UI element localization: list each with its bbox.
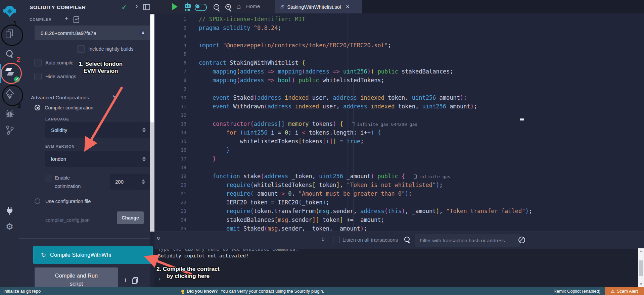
enable-optimization-checkbox[interactable] [45,175,52,182]
plugin-manager-icon[interactable] [0,206,19,215]
terminal-scrollbar[interactable] [638,248,644,287]
remix-logo-icon[interactable] [0,5,19,18]
compile-button-label: Compile StakingWithWhi [50,252,111,258]
tab-stakingwithwhitelist[interactable]: S StakingWithWhitelist.sol ✕ [275,0,362,13]
home-tab-label[interactable]: Home [246,3,260,9]
version-dropdown-icon[interactable] [139,29,146,36]
listen-transactions-label: Listen on all transactions [342,237,398,243]
scam-alert-button[interactable]: ⚠ Scam Alert [605,287,644,295]
panel-scrollbar-thumb[interactable] [150,14,154,122]
terminal-scrollbar-thumb[interactable] [639,260,643,276]
change-config-button[interactable]: Change [117,211,144,224]
did-you-know-label: Did you know? [187,289,218,294]
auto-compile-checkbox[interactable] [34,59,42,66]
code-line: 12 [154,111,644,119]
code-line: 3 [154,32,644,41]
evm-version-select[interactable]: london [45,151,150,167]
language-select[interactable]: Solidity [45,122,150,138]
remix-ide-window: ✓ [0,0,644,295]
code-line: 11 event Withdrawn(address indexed user,… [154,102,644,111]
code-line: 7 mapping(address => mapping(address => … [154,67,644,76]
run-script-play-icon[interactable] [172,3,178,10]
language-value: Solidity [51,127,67,133]
transaction-filter-input[interactable] [415,234,520,247]
panel-scrollbar[interactable] [150,13,154,232]
open-file-icon[interactable] [74,16,79,23]
optimization-runs-value: 200 [115,179,124,185]
annotation-note-2: 2. Compile the contract by clicking here [152,265,224,280]
zoom-in-icon[interactable]: + [225,4,231,10]
editor-scroll-handle[interactable] [520,118,524,120]
code-line: 2pragma solidity ^0.8.24; [154,23,644,32]
settings-gear-icon[interactable]: ⚙ [0,222,19,232]
status-bar: Initialize as git repo Did you know? You… [0,287,644,295]
config-file-name: compiler_config.json [45,217,90,223]
home-icon[interactable]: ⌂ [236,2,241,11]
compile-button[interactable]: ↻ Compile StakingWithWhi [33,246,153,264]
remix-logo-icon [3,5,17,18]
code-lines: 1// SPDX-License-Identifier: MIT2pragma … [154,15,644,232]
copilot-toggle[interactable] [195,4,207,11]
include-nightly-checkbox[interactable] [77,45,85,53]
warning-icon: ⚠ [611,289,615,294]
code-line: 13 constructor(address[] memory tokens) … [154,119,644,128]
enable-optimization-label-1: Enable [55,175,70,181]
solidity-file-icon: S [280,4,284,9]
close-tab-icon[interactable]: ✕ [346,4,350,9]
advanced-configurations-header[interactable]: Advanced Configurations [31,95,89,101]
tab-label: StakingWithWhitelist.sol [287,4,341,10]
ai-copilot-robot-icon[interactable] [183,2,192,13]
search-terminal-icon[interactable] [404,237,410,242]
compiler-version-select[interactable]: 0.8.26+commit.8a97fa7a [35,26,150,40]
git-icon[interactable] [0,126,19,135]
compiler-configuration-label: Compiler configuration [45,105,93,110]
enable-optimization-label-2: optimization [55,184,81,189]
include-nightly-label: Include nightly builds [88,46,134,52]
gas-estimate: infinite gas 644200 gas [352,122,417,127]
git-init-status[interactable]: Initialize as git repo [3,289,41,294]
optimization-runs-input[interactable]: 200 [110,174,150,190]
fuel-pump-icon [414,175,417,179]
use-configuration-file-radio[interactable] [35,198,40,204]
clear-console-icon[interactable] [518,237,525,243]
code-line: 1// SPDX-License-Identifier: MIT [154,15,644,23]
compiler-configuration-radio[interactable] [35,105,40,110]
zoom-out-icon[interactable]: − [214,4,219,10]
code-line: 5 [154,50,644,58]
listen-transactions-checkbox[interactable] [333,237,340,243]
auto-compile-label: Auto compile [45,60,74,65]
code-line: 22 IERC20 token = IERC20(_token); [154,198,644,207]
fuel-pump-icon [352,122,355,126]
code-line: 6contract StakingWithWhitelist { [154,58,644,67]
code-line: 17 } [154,154,644,163]
debugger-icon[interactable] [0,109,19,118]
panel-collapse-chevron-icon[interactable]: › [135,2,138,11]
code-editor[interactable]: 1// SPDX-License-Identifier: MIT2pragma … [154,13,644,232]
compile-run-label-2: script [35,280,118,288]
transaction-count: 0 [322,236,324,242]
chevron-down-icon[interactable] [112,94,118,100]
add-compiler-icon[interactable]: + [65,15,68,22]
annotation-circle-1 [1,24,23,46]
lightbulb-icon [181,290,184,293]
copilot-status[interactable]: Remix Copilot (enabled) [554,289,600,294]
copy-icon[interactable] [132,277,137,283]
annotation-number-2: 2 [16,56,20,63]
language-label: LANGUAGE [45,117,69,121]
annotation-note-1: 1. Select london EVM Version [71,60,130,75]
terminal-prompt[interactable]: › [158,276,644,282]
code-line: 9 [154,85,644,93]
code-line: 23 require(token.transferFrom(msg.sender… [154,207,644,215]
code-line: 19 function stake(address _token, uint25… [154,172,644,181]
code-line: 18 [154,163,644,172]
hide-warnings-checkbox[interactable] [34,73,42,80]
info-icon[interactable]: i [125,277,126,283]
panel-layout-icon[interactable] [143,4,150,10]
compiler-version-value: 0.8.26+commit.8a97fa7a [41,30,96,36]
panel-divider [19,238,150,239]
compiler-section-label: COMPILER [30,17,52,21]
compile-run-label-1: Compile and Run [35,272,118,280]
terminal-toolbar: » 0 Listen on all transactions [154,232,644,249]
compiled-check-icon: ✓ [122,4,127,11]
expand-terminal-icon[interactable]: » [155,237,163,240]
